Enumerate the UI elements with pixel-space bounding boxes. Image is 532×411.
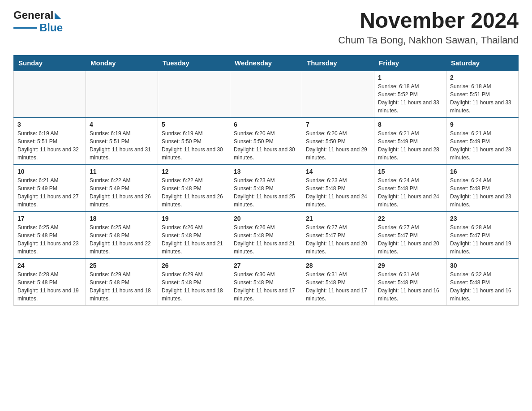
day-number: 20 xyxy=(234,215,298,222)
logo-blue-text: Blue xyxy=(39,21,63,34)
calendar-week-row: 3Sunrise: 6:19 AM Sunset: 5:51 PM Daylig… xyxy=(14,118,519,165)
day-info: Sunrise: 6:26 AM Sunset: 5:48 PM Dayligh… xyxy=(234,223,298,256)
day-number: 24 xyxy=(17,262,82,269)
day-info: Sunrise: 6:27 AM Sunset: 5:47 PM Dayligh… xyxy=(306,223,370,256)
calendar-day-cell xyxy=(14,71,86,118)
day-of-week-header: Sunday xyxy=(14,55,86,71)
days-of-week-row: SundayMondayTuesdayWednesdayThursdayFrid… xyxy=(14,55,519,71)
day-info: Sunrise: 6:29 AM Sunset: 5:48 PM Dayligh… xyxy=(90,270,154,303)
calendar-day-cell: 14Sunrise: 6:23 AM Sunset: 5:48 PM Dayli… xyxy=(302,165,374,212)
day-info: Sunrise: 6:20 AM Sunset: 5:50 PM Dayligh… xyxy=(306,129,370,162)
day-number: 3 xyxy=(17,121,82,128)
day-of-week-header: Thursday xyxy=(302,55,374,71)
day-of-week-header: Friday xyxy=(374,55,446,71)
calendar-day-cell: 12Sunrise: 6:22 AM Sunset: 5:48 PM Dayli… xyxy=(158,165,230,212)
logo: General Blue xyxy=(13,9,63,34)
day-info: Sunrise: 6:21 AM Sunset: 5:49 PM Dayligh… xyxy=(378,129,442,162)
day-number: 21 xyxy=(306,215,370,222)
day-info: Sunrise: 6:28 AM Sunset: 5:47 PM Dayligh… xyxy=(450,223,515,256)
calendar-day-cell: 10Sunrise: 6:21 AM Sunset: 5:49 PM Dayli… xyxy=(14,165,86,212)
day-number: 16 xyxy=(450,168,515,175)
day-info: Sunrise: 6:21 AM Sunset: 5:49 PM Dayligh… xyxy=(450,129,515,162)
calendar-day-cell: 21Sunrise: 6:27 AM Sunset: 5:47 PM Dayli… xyxy=(302,212,374,259)
calendar-day-cell: 17Sunrise: 6:25 AM Sunset: 5:48 PM Dayli… xyxy=(14,212,86,259)
day-info: Sunrise: 6:19 AM Sunset: 5:50 PM Dayligh… xyxy=(162,129,226,162)
day-number: 1 xyxy=(378,74,442,81)
day-info: Sunrise: 6:31 AM Sunset: 5:48 PM Dayligh… xyxy=(378,270,442,303)
day-number: 27 xyxy=(234,262,298,269)
calendar-day-cell: 15Sunrise: 6:24 AM Sunset: 5:48 PM Dayli… xyxy=(374,165,446,212)
calendar-day-cell: 2Sunrise: 6:18 AM Sunset: 5:51 PM Daylig… xyxy=(446,71,519,118)
day-info: Sunrise: 6:29 AM Sunset: 5:48 PM Dayligh… xyxy=(162,270,226,303)
day-number: 13 xyxy=(234,168,298,175)
logo-triangle-icon xyxy=(55,13,61,19)
calendar-day-cell: 27Sunrise: 6:30 AM Sunset: 5:48 PM Dayli… xyxy=(230,259,302,306)
day-info: Sunrise: 6:22 AM Sunset: 5:49 PM Dayligh… xyxy=(90,176,154,209)
day-of-week-header: Saturday xyxy=(446,55,519,71)
day-number: 17 xyxy=(17,215,82,222)
calendar-day-cell: 4Sunrise: 6:19 AM Sunset: 5:51 PM Daylig… xyxy=(86,118,158,165)
calendar-table: SundayMondayTuesdayWednesdayThursdayFrid… xyxy=(13,55,519,306)
day-number: 23 xyxy=(450,215,515,222)
calendar-body: 1Sunrise: 6:18 AM Sunset: 5:52 PM Daylig… xyxy=(14,71,519,306)
day-of-week-header: Monday xyxy=(86,55,158,71)
calendar-week-row: 17Sunrise: 6:25 AM Sunset: 5:48 PM Dayli… xyxy=(14,212,519,259)
calendar-week-row: 24Sunrise: 6:28 AM Sunset: 5:48 PM Dayli… xyxy=(14,259,519,306)
day-info: Sunrise: 6:23 AM Sunset: 5:48 PM Dayligh… xyxy=(306,176,370,209)
calendar-title: November 2024 xyxy=(338,9,519,33)
calendar-week-row: 10Sunrise: 6:21 AM Sunset: 5:49 PM Dayli… xyxy=(14,165,519,212)
calendar-day-cell: 29Sunrise: 6:31 AM Sunset: 5:48 PM Dayli… xyxy=(374,259,446,306)
day-of-week-header: Wednesday xyxy=(230,55,302,71)
calendar-day-cell: 6Sunrise: 6:20 AM Sunset: 5:50 PM Daylig… xyxy=(230,118,302,165)
calendar-day-cell: 3Sunrise: 6:19 AM Sunset: 5:51 PM Daylig… xyxy=(14,118,86,165)
calendar-day-cell: 1Sunrise: 6:18 AM Sunset: 5:52 PM Daylig… xyxy=(374,71,446,118)
calendar-week-row: 1Sunrise: 6:18 AM Sunset: 5:52 PM Daylig… xyxy=(14,71,519,118)
day-info: Sunrise: 6:26 AM Sunset: 5:48 PM Dayligh… xyxy=(162,223,226,256)
calendar-day-cell: 23Sunrise: 6:28 AM Sunset: 5:47 PM Dayli… xyxy=(446,212,519,259)
day-number: 7 xyxy=(306,121,370,128)
day-info: Sunrise: 6:32 AM Sunset: 5:48 PM Dayligh… xyxy=(450,270,515,303)
day-number: 29 xyxy=(378,262,442,269)
calendar-day-cell: 7Sunrise: 6:20 AM Sunset: 5:50 PM Daylig… xyxy=(302,118,374,165)
day-number: 22 xyxy=(378,215,442,222)
calendar-day-cell: 16Sunrise: 6:24 AM Sunset: 5:48 PM Dayli… xyxy=(446,165,519,212)
day-info: Sunrise: 6:24 AM Sunset: 5:48 PM Dayligh… xyxy=(450,176,515,209)
calendar-day-cell xyxy=(158,71,230,118)
page-header: General Blue November 2024 Chum Ta Bong,… xyxy=(13,9,519,46)
day-number: 28 xyxy=(306,262,370,269)
day-number: 11 xyxy=(90,168,154,175)
calendar-day-cell: 5Sunrise: 6:19 AM Sunset: 5:50 PM Daylig… xyxy=(158,118,230,165)
day-info: Sunrise: 6:21 AM Sunset: 5:49 PM Dayligh… xyxy=(17,176,82,209)
day-info: Sunrise: 6:20 AM Sunset: 5:50 PM Dayligh… xyxy=(234,129,298,162)
day-number: 26 xyxy=(162,262,226,269)
calendar-day-cell xyxy=(302,71,374,118)
calendar-subtitle: Chum Ta Bong, Nakhon Sawan, Thailand xyxy=(338,34,519,46)
day-number: 19 xyxy=(162,215,226,222)
day-info: Sunrise: 6:22 AM Sunset: 5:48 PM Dayligh… xyxy=(162,176,226,209)
day-info: Sunrise: 6:31 AM Sunset: 5:48 PM Dayligh… xyxy=(306,270,370,303)
title-block: November 2024 Chum Ta Bong, Nakhon Sawan… xyxy=(338,9,519,46)
calendar-day-cell: 13Sunrise: 6:23 AM Sunset: 5:48 PM Dayli… xyxy=(230,165,302,212)
day-number: 8 xyxy=(378,121,442,128)
calendar-day-cell: 24Sunrise: 6:28 AM Sunset: 5:48 PM Dayli… xyxy=(14,259,86,306)
calendar-day-cell: 22Sunrise: 6:27 AM Sunset: 5:47 PM Dayli… xyxy=(374,212,446,259)
day-info: Sunrise: 6:27 AM Sunset: 5:47 PM Dayligh… xyxy=(378,223,442,256)
day-number: 12 xyxy=(162,168,226,175)
day-number: 10 xyxy=(17,168,82,175)
day-info: Sunrise: 6:25 AM Sunset: 5:48 PM Dayligh… xyxy=(17,223,82,256)
day-number: 2 xyxy=(450,74,515,81)
day-info: Sunrise: 6:24 AM Sunset: 5:48 PM Dayligh… xyxy=(378,176,442,209)
day-info: Sunrise: 6:28 AM Sunset: 5:48 PM Dayligh… xyxy=(17,270,82,303)
calendar-day-cell: 25Sunrise: 6:29 AM Sunset: 5:48 PM Dayli… xyxy=(86,259,158,306)
day-number: 9 xyxy=(450,121,515,128)
calendar-day-cell: 20Sunrise: 6:26 AM Sunset: 5:48 PM Dayli… xyxy=(230,212,302,259)
calendar-day-cell: 30Sunrise: 6:32 AM Sunset: 5:48 PM Dayli… xyxy=(446,259,519,306)
day-number: 4 xyxy=(90,121,154,128)
calendar-day-cell xyxy=(86,71,158,118)
day-number: 25 xyxy=(90,262,154,269)
calendar-day-cell: 28Sunrise: 6:31 AM Sunset: 5:48 PM Dayli… xyxy=(302,259,374,306)
calendar-day-cell: 11Sunrise: 6:22 AM Sunset: 5:49 PM Dayli… xyxy=(86,165,158,212)
day-number: 30 xyxy=(450,262,515,269)
day-info: Sunrise: 6:19 AM Sunset: 5:51 PM Dayligh… xyxy=(17,129,82,162)
day-info: Sunrise: 6:23 AM Sunset: 5:48 PM Dayligh… xyxy=(234,176,298,209)
